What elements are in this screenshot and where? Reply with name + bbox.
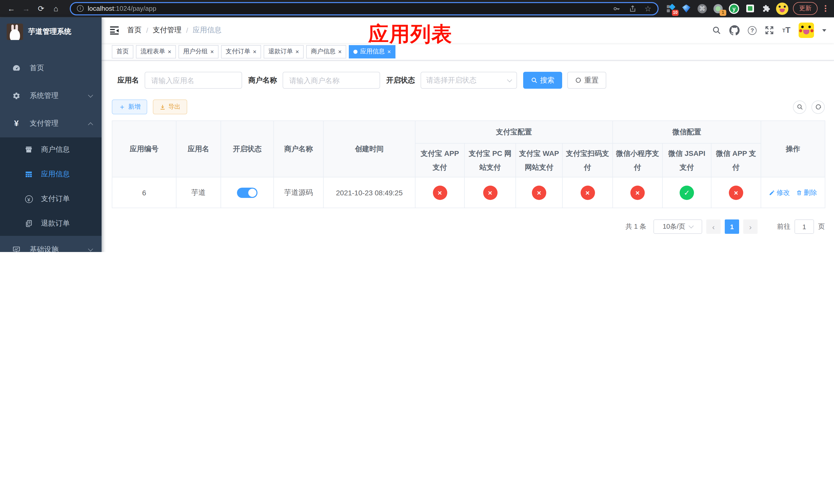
sidebar-item-system[interactable]: 系统管理 bbox=[0, 82, 102, 110]
status-select[interactable]: 请选择开启状态 bbox=[421, 72, 517, 89]
browser-home-button[interactable]: ⌂ bbox=[50, 2, 62, 15]
pagination: 共 1 条 10条/页 ‹ 1 › 前往 页 bbox=[112, 220, 825, 234]
col-header-alipay-wap: 支付宝 WAP 网站支付 bbox=[516, 143, 563, 177]
documents-icon bbox=[23, 220, 35, 228]
sidebar-item-pay-order[interactable]: ¥ 支付订单 bbox=[0, 187, 102, 211]
reset-button[interactable]: 重置 bbox=[567, 72, 606, 89]
sidebar-item-payment[interactable]: ¥ 支付管理 bbox=[0, 110, 102, 137]
breadcrumb-section: 支付管理 bbox=[153, 26, 181, 35]
chevron-down-icon bbox=[507, 77, 512, 82]
toggle-search-button[interactable] bbox=[793, 100, 806, 114]
sidebar-item-home[interactable]: 首页 bbox=[0, 54, 102, 82]
password-key-icon[interactable] bbox=[612, 4, 620, 13]
delete-button[interactable]: 删除 bbox=[796, 188, 817, 197]
extension-y-icon[interactable]: y bbox=[728, 2, 740, 15]
bookmark-star-icon[interactable]: ☆ bbox=[644, 4, 652, 13]
tab-home[interactable]: 首页 bbox=[112, 45, 133, 58]
close-icon[interactable]: × bbox=[387, 48, 391, 54]
cell-app-name: 芋道 bbox=[176, 177, 221, 208]
url-text: localhost:1024/pay/app bbox=[88, 5, 156, 12]
payment-submenu: 商户信息 应用信息 ¥ 支付订单 bbox=[0, 137, 102, 236]
cell-wx-lite: × bbox=[613, 177, 662, 208]
yen-icon: ¥ bbox=[10, 119, 23, 128]
tab-refund-order[interactable]: 退款订单× bbox=[264, 45, 304, 58]
sidebar-toggle-icon[interactable] bbox=[102, 25, 127, 36]
screen: ← → ⟳ ⌂ i localhost:1024/pay/app ☆ 10 ⌘ … bbox=[0, 0, 834, 252]
tab-user-group[interactable]: 用户分组× bbox=[178, 45, 219, 58]
cell-alipay-qr: × bbox=[563, 177, 613, 208]
user-menu-caret-icon[interactable] bbox=[822, 29, 826, 31]
extension-command-icon[interactable]: ⌘ bbox=[697, 2, 708, 15]
sidebar-item-refund-order[interactable]: 退款订单 bbox=[0, 211, 102, 236]
filter-form: 应用名 商户名称 开启状态 请选择开启状态 搜索 重置 bbox=[112, 72, 825, 89]
cell-wx-jsapi: ✓ bbox=[662, 177, 711, 208]
app-logo-row[interactable]: 芋道管理系统 bbox=[0, 18, 102, 46]
col-header-alipay-pc: 支付宝 PC 网站支付 bbox=[464, 143, 516, 177]
tab-pay-order[interactable]: 支付订单× bbox=[221, 45, 261, 58]
sidebar-item-label: 商户信息 bbox=[41, 145, 102, 154]
extension-devtools-icon[interactable]: 10 bbox=[665, 2, 676, 15]
export-button[interactable]: 导出 bbox=[153, 99, 187, 114]
status-label: 开启状态 bbox=[386, 76, 415, 85]
cell-app-id: 6 bbox=[112, 177, 176, 208]
prev-page-button[interactable]: ‹ bbox=[706, 220, 721, 234]
chrome-update-button[interactable]: 更新 bbox=[793, 2, 818, 15]
close-icon[interactable]: × bbox=[295, 48, 299, 54]
sidebar-item-label: 首页 bbox=[30, 64, 92, 73]
sidebar-item-label: 系统管理 bbox=[30, 91, 89, 100]
close-icon[interactable]: × bbox=[338, 48, 342, 54]
extension-proxy-icon[interactable]: 1 bbox=[712, 2, 724, 15]
add-button[interactable]: ＋新增 bbox=[112, 99, 147, 114]
merchant-name-input[interactable] bbox=[283, 72, 380, 89]
extension-notes-icon[interactable] bbox=[744, 2, 755, 15]
address-bar[interactable]: i localhost:1024/pay/app ☆ bbox=[70, 2, 659, 15]
storefront-icon bbox=[23, 145, 35, 154]
search-icon[interactable] bbox=[712, 26, 721, 35]
extensions-puzzle-icon[interactable] bbox=[760, 2, 771, 15]
current-page-button[interactable]: 1 bbox=[725, 220, 739, 234]
chevron-up-icon bbox=[88, 122, 93, 127]
page-suffix-label: 页 bbox=[818, 222, 825, 231]
page-size-select[interactable]: 10条/页 bbox=[654, 220, 702, 234]
goto-page-input[interactable] bbox=[794, 220, 814, 234]
sidebar: 芋道管理系统 首页 系统管理 ¥ bbox=[0, 18, 102, 252]
next-page-button[interactable]: › bbox=[743, 220, 758, 234]
enabled-toggle[interactable] bbox=[237, 187, 258, 198]
browser-reload-button[interactable]: ⟳ bbox=[35, 2, 47, 15]
help-icon[interactable]: ? bbox=[748, 26, 756, 35]
chevron-down-icon bbox=[88, 246, 93, 251]
sidebar-item-infrastructure[interactable]: 基础设施 bbox=[0, 236, 102, 252]
tab-merchant-info[interactable]: 商户信息× bbox=[306, 45, 346, 58]
cell-alipay-pc: × bbox=[464, 177, 516, 208]
user-avatar[interactable] bbox=[798, 23, 814, 38]
close-icon[interactable]: × bbox=[168, 48, 171, 54]
col-header-wx-lite: 微信小程序支付 bbox=[613, 143, 662, 177]
status-enabled-icon: ✓ bbox=[680, 185, 694, 200]
edit-button[interactable]: 修改 bbox=[769, 188, 790, 197]
breadcrumb-separator: / bbox=[146, 26, 148, 35]
sidebar-item-merchant-info[interactable]: 商户信息 bbox=[0, 137, 102, 162]
sidebar-item-label: 支付管理 bbox=[30, 119, 89, 128]
breadcrumb-home[interactable]: 首页 bbox=[127, 26, 141, 35]
top-navbar: 首页 / 支付管理 / 应用信息 ? bbox=[102, 18, 834, 43]
app-name-input[interactable] bbox=[145, 72, 242, 89]
browser-forward-button[interactable]: → bbox=[20, 2, 32, 15]
share-icon[interactable] bbox=[629, 4, 636, 13]
font-size-icon[interactable]: TT bbox=[782, 26, 790, 35]
tab-process-form[interactable]: 流程表单× bbox=[136, 45, 176, 58]
status-disabled-icon: × bbox=[580, 185, 595, 200]
close-icon[interactable]: × bbox=[210, 48, 214, 54]
fullscreen-icon[interactable] bbox=[765, 26, 774, 35]
browser-back-button[interactable]: ← bbox=[5, 2, 18, 15]
browser-profile-avatar[interactable] bbox=[776, 2, 788, 15]
close-icon[interactable]: × bbox=[253, 48, 257, 54]
page-info-icon[interactable]: i bbox=[77, 5, 84, 12]
cell-actions: 修改 删除 bbox=[761, 177, 825, 208]
col-header-created: 创建时间 bbox=[323, 121, 415, 177]
search-button[interactable]: 搜索 bbox=[523, 72, 562, 89]
browser-menu-icon[interactable] bbox=[822, 5, 829, 12]
github-icon[interactable] bbox=[729, 25, 740, 36]
refresh-button[interactable] bbox=[811, 100, 825, 114]
extension-gem-icon[interactable] bbox=[681, 2, 692, 15]
sidebar-item-app-info[interactable]: 应用信息 bbox=[0, 162, 102, 187]
